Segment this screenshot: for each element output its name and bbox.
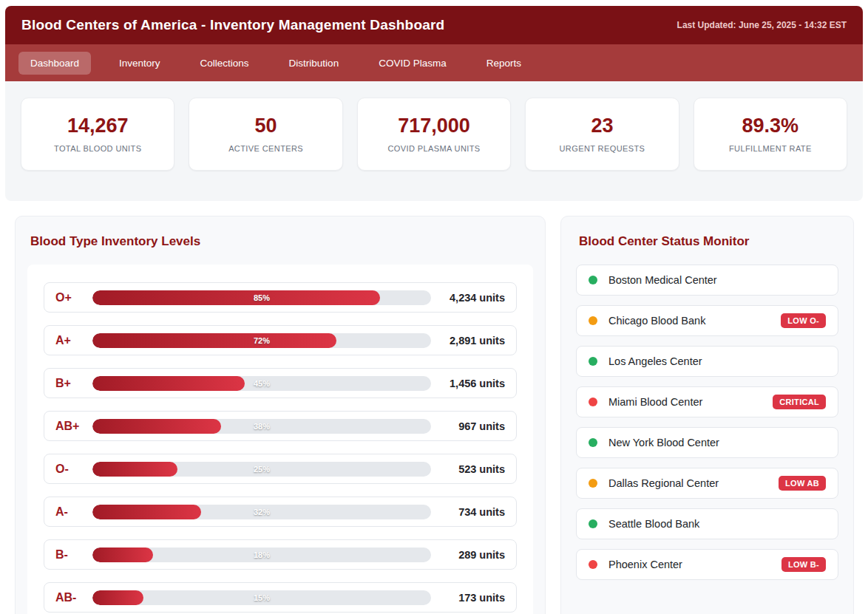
stat-value: 89.3%	[742, 115, 799, 137]
nav-item-distribution[interactable]: Distribution	[277, 52, 351, 75]
progress-percent-label: 18%	[254, 550, 270, 559]
center-status-item-phoenix-center: Phoenix CenterLOW B-	[576, 549, 838, 580]
stats-section: 14,267TOTAL BLOOD UNITS50ACTIVE CENTERS7…	[5, 81, 863, 201]
blood-type-label: AB+	[55, 420, 92, 433]
main-nav: DashboardInventoryCollectionsDistributio…	[5, 44, 863, 81]
center-name: Phoenix Center	[608, 559, 682, 570]
center-status-item-dallas-regional-center: Dallas Regional CenterLOW AB	[576, 468, 838, 499]
center-status-item-chicago-blood-bank: Chicago Blood BankLOW O-	[576, 305, 838, 336]
blood-type-row-o-neg: O-25%523 units	[44, 454, 517, 484]
center-name: Chicago Blood Bank	[608, 315, 705, 327]
center-name: Los Angeles Center	[608, 355, 702, 367]
units-value: 734 units	[441, 506, 505, 518]
units-value: 289 units	[441, 549, 505, 561]
center-name: Miami Blood Center	[608, 396, 702, 408]
progress-bar-track: 25%	[92, 462, 431, 477]
stat-value: 717,000	[398, 115, 470, 137]
inventory-rows-container: O+85%4,234 unitsA+72%2,891 unitsB+45%1,4…	[27, 265, 533, 614]
progress-bar-track: 45%	[92, 376, 431, 391]
progress-bar-fill	[92, 419, 221, 434]
nav-item-inventory[interactable]: Inventory	[107, 52, 172, 75]
progress-bar-track: 32%	[92, 505, 431, 519]
status-dot-normal-icon	[589, 276, 597, 284]
blood-type-row-b-neg: B-18%289 units	[44, 539, 517, 570]
center-status-item-seattle-blood-bank: Seattle Blood Bank	[576, 508, 838, 539]
stat-label: ACTIVE CENTERS	[228, 144, 303, 153]
progress-bar-fill	[92, 462, 177, 477]
nav-item-collections[interactable]: Collections	[189, 52, 261, 75]
nav-item-dashboard[interactable]: Dashboard	[18, 52, 91, 75]
progress-bar-fill	[92, 290, 380, 305]
center-status-item-los-angeles-center: Los Angeles Center	[576, 346, 838, 377]
progress-bar-track: 85%	[92, 290, 431, 305]
blood-type-label: O+	[55, 291, 92, 304]
center-name: Boston Medical Center	[608, 274, 717, 286]
stat-label: TOTAL BLOOD UNITS	[54, 144, 141, 153]
center-status-item-new-york-blood-center: New York Blood Center	[576, 427, 838, 458]
stat-label: COVID PLASMA UNITS	[387, 144, 480, 153]
stat-label: FULFILLMENT RATE	[729, 144, 812, 153]
progress-percent-label: 45%	[254, 379, 270, 388]
blood-type-row-a-neg: A-32%734 units	[44, 497, 517, 527]
status-dot-normal-icon	[589, 519, 597, 528]
status-dot-normal-icon	[589, 438, 597, 447]
center-status-panel: Blood Center Status Monitor Boston Medic…	[560, 216, 854, 614]
stat-value: 14,267	[67, 115, 129, 137]
progress-percent-label: 32%	[254, 508, 270, 516]
center-status-list: Boston Medical CenterChicago Blood BankL…	[576, 265, 838, 580]
last-updated-timestamp: Last Updated: June 25, 2025 - 14:32 EST	[677, 20, 847, 30]
nav-item-reports[interactable]: Reports	[475, 52, 533, 75]
progress-bar-fill	[92, 376, 245, 391]
center-name: Dallas Regional Center	[608, 477, 719, 489]
status-dot-warning-icon	[589, 479, 597, 488]
units-value: 2,891 units	[441, 335, 505, 347]
status-panel-title: Blood Center Status Monitor	[579, 234, 838, 249]
blood-type-row-a-pos: A+72%2,891 units	[44, 325, 517, 355]
blood-type-row-o-pos: O+85%4,234 units	[44, 282, 517, 313]
units-value: 4,234 units	[441, 292, 505, 304]
progress-bar-fill	[92, 548, 153, 562]
blood-type-label: B-	[55, 548, 92, 562]
progress-bar-track: 15%	[92, 590, 431, 605]
status-dot-warning-icon	[589, 316, 597, 325]
status-badge: CRITICAL	[773, 395, 826, 409]
progress-bar-fill	[92, 505, 201, 519]
progress-percent-label: 25%	[254, 465, 270, 474]
blood-type-label: AB-	[55, 591, 92, 604]
center-name: Seattle Blood Bank	[608, 518, 699, 530]
blood-type-label: A+	[55, 334, 92, 347]
stat-value: 50	[255, 115, 277, 137]
nav-item-covid-plasma[interactable]: COVID Plasma	[367, 52, 458, 75]
stat-card-covid-plasma-units: 717,000COVID PLASMA UNITS	[357, 98, 511, 171]
stat-card-active-centers: 50ACTIVE CENTERS	[189, 98, 342, 171]
progress-bar-fill	[92, 333, 336, 348]
status-badge: LOW AB	[779, 476, 826, 491]
blood-type-label: O-	[55, 463, 92, 476]
status-dot-critical-icon	[589, 398, 597, 406]
inventory-panel-title: Blood Type Inventory Levels	[30, 234, 533, 249]
stat-value: 23	[591, 115, 613, 137]
page-frame: Blood Centers of America - Inventory Man…	[5, 6, 863, 614]
progress-bar-track: 38%	[92, 419, 431, 434]
stat-card-urgent-requests: 23URGENT REQUESTS	[525, 98, 679, 171]
center-status-item-boston-medical-center: Boston Medical Center	[576, 265, 838, 296]
progress-percent-label: 72%	[254, 336, 270, 345]
stat-label: URGENT REQUESTS	[560, 144, 645, 153]
units-value: 173 units	[441, 592, 505, 604]
center-status-item-miami-blood-center: Miami Blood CenterCRITICAL	[576, 386, 838, 417]
progress-percent-label: 38%	[254, 422, 270, 431]
blood-type-row-ab-neg: AB-15%173 units	[44, 582, 517, 613]
units-value: 1,456 units	[441, 378, 505, 389]
app-header: Blood Centers of America - Inventory Man…	[5, 6, 863, 44]
status-dot-critical-icon	[589, 560, 597, 569]
main-content: Blood Type Inventory Levels O+85%4,234 u…	[15, 216, 854, 614]
blood-type-row-ab-pos: AB+38%967 units	[44, 411, 517, 441]
center-name: New York Blood Center	[608, 437, 719, 448]
status-dot-normal-icon	[589, 357, 597, 366]
status-badge: LOW B-	[781, 557, 826, 572]
blood-type-inventory-panel: Blood Type Inventory Levels O+85%4,234 u…	[15, 216, 546, 614]
blood-type-row-b-pos: B+45%1,456 units	[44, 368, 517, 398]
units-value: 523 units	[441, 463, 505, 475]
blood-type-label: B+	[55, 377, 92, 390]
progress-bar-track: 72%	[92, 333, 431, 348]
